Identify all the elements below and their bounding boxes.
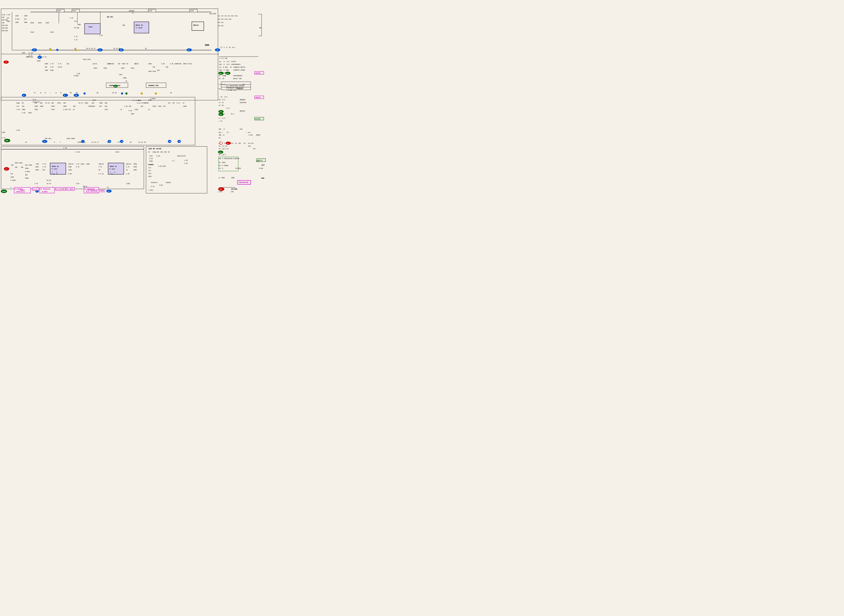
svg-text:44: 44 (235, 143, 237, 144)
svg-text:EXPAND: EXPAND (255, 118, 260, 120)
svg-text:100P: 100P (15, 22, 19, 23)
svg-text:36: 36 (145, 48, 147, 50)
svg-text:30: 30 (74, 48, 76, 50)
svg-text:N.C.  PORTAMENTO: N.C. PORTAMENTO (227, 64, 241, 65)
svg-text:OUT: OUT (261, 164, 265, 166)
svg-text:7: 7 (82, 141, 83, 142)
svg-text:①: ① (219, 57, 220, 59)
svg-text:22K: 22K (153, 66, 155, 68)
svg-text:100P: 100P (134, 169, 137, 171)
svg-text:20: 20 (222, 105, 224, 106)
svg-text:TS 20KΩ: TS 20KΩ (109, 169, 115, 170)
svg-text:4.7K: 4.7K (74, 36, 78, 38)
svg-text:EHD RD 3243R: EHD RD 3243R (149, 148, 161, 150)
svg-text:FUSE: FUSE (149, 161, 153, 162)
svg-text:47○: 47○ (219, 75, 221, 77)
svg-text:270K: 270K (119, 74, 122, 76)
svg-text:220K  100K: 220K 100K (66, 138, 75, 139)
svg-text:~: ~ (50, 92, 51, 94)
svg-text:10K: 10K (34, 103, 37, 104)
svg-text:○53: ○53 (251, 142, 254, 144)
svg-text:100K: 100K (77, 24, 81, 25)
svg-text:30K 60K: 30K 60K (218, 22, 224, 23)
svg-text:11: 11 (223, 135, 225, 136)
svg-text:KE10 1C: KE10 1C (110, 166, 117, 167)
svg-text:52 54: 52 54 (112, 92, 117, 94)
svg-text:5K: 5K (244, 143, 245, 144)
svg-text:17○: 17○ (219, 102, 221, 104)
svg-text:10Ω/16: 10Ω/16 (98, 163, 104, 165)
svg-text:220K: 220K (68, 166, 72, 168)
svg-text:0.2A: 0.2A (157, 155, 160, 157)
svg-text:10K: 10K (105, 106, 107, 107)
svg-text:(TO 16): (TO 16) (41, 56, 47, 58)
svg-text:47K: 47K (24, 19, 26, 20)
svg-text:2.2K: 2.2K (124, 106, 128, 107)
svg-point-487 (121, 92, 123, 95)
svg-text:2SA699: 2SA699 (166, 182, 171, 183)
svg-text:100K: 100K (24, 22, 28, 23)
svg-text:32: 32 (230, 67, 232, 68)
svg-text:2%: 2% (259, 27, 261, 29)
svg-text:10KA: 10KA (222, 162, 225, 163)
svg-text:C828: C828 (91, 106, 95, 107)
svg-text:(-10V): (-10V) (217, 191, 223, 193)
svg-text:24: 24 (25, 141, 27, 143)
svg-text:C828: C828 (51, 106, 55, 107)
svg-text:2.4.7K: 2.4.7K (98, 173, 104, 175)
svg-text:S330: S330 (148, 100, 152, 101)
svg-text:37: 37 (5, 62, 7, 63)
svg-text:A564: A564 (37, 60, 41, 62)
svg-text:0.0047: 0.0047 (74, 75, 79, 77)
svg-text:47K: 47K (7, 18, 9, 19)
svg-text:36: 36 (33, 50, 35, 51)
svg-text:48: 48 (76, 92, 78, 94)
svg-text:TO K1: TO K1 (33, 188, 38, 190)
svg-point-484 (155, 92, 157, 95)
svg-text:①: ① (110, 172, 111, 173)
svg-text:30K 60K: 30K 60K (218, 25, 224, 26)
svg-text:0.1A: 0.1A (151, 186, 154, 188)
svg-text:33: 33 (49, 48, 51, 50)
svg-text:BRIGHT: BRIGHT (240, 110, 245, 112)
svg-text:12○: 12○ (219, 168, 221, 169)
svg-rect-18 (192, 22, 204, 31)
svg-text:10K: 10K (21, 167, 23, 168)
svg-text:10K: 10K (91, 103, 94, 104)
svg-point-483 (141, 92, 143, 95)
svg-text:N.C.: N.C. (225, 96, 228, 98)
svg-text:4B○: 4B○ (219, 132, 221, 133)
svg-text:TRAVELER: TRAVELER (239, 182, 248, 184)
svg-text:110○: 110○ (148, 173, 152, 174)
svg-text:100K: 100K (45, 70, 48, 71)
svg-text:3.3K: 3.3K (22, 112, 25, 114)
svg-text:A564: A564 (38, 22, 42, 24)
svg-text:⑧: ⑧ (114, 172, 115, 173)
svg-text:36: 36 (99, 50, 101, 51)
svg-text:3.3K: 3.3K (170, 63, 173, 65)
svg-text:NCO: NCO (256, 160, 259, 162)
svg-text:GND: GND (205, 44, 209, 46)
svg-text:40: 40 (222, 78, 224, 79)
svg-text:21○: 21○ (219, 105, 221, 106)
svg-text:Si: Si (183, 103, 184, 104)
svg-text:22○: 22○ (219, 162, 221, 163)
svg-text:GND: GND (6, 140, 8, 142)
svg-text:6.8K: 6.8K (77, 73, 80, 75)
svg-text:34.7K: 34.7K (78, 103, 83, 104)
svg-text:1.5K: 1.5K (184, 163, 188, 164)
svg-text:741C: 741C (88, 26, 92, 28)
svg-text:10K: 10K (15, 167, 18, 168)
svg-text:10Ω/16: 10Ω/16 (126, 163, 131, 165)
svg-text:220μ/25: 220μ/25 (177, 155, 183, 157)
svg-text:Si×4: Si×4 (33, 99, 36, 101)
svg-text:220K: 220K (35, 166, 39, 168)
svg-text:2GND: 2GND (2, 191, 6, 192)
svg-text:S Si: S Si (176, 103, 180, 104)
svg-text:9.1A: 9.1A (129, 110, 132, 111)
svg-text:P.L.: P.L. (172, 160, 176, 162)
svg-text:540: 540 (240, 129, 242, 130)
svg-text:100K: 100K (7, 21, 10, 22)
svg-text:C828  C828: C828 C828 (83, 59, 91, 60)
svg-text:38: 38 (39, 54, 41, 56)
